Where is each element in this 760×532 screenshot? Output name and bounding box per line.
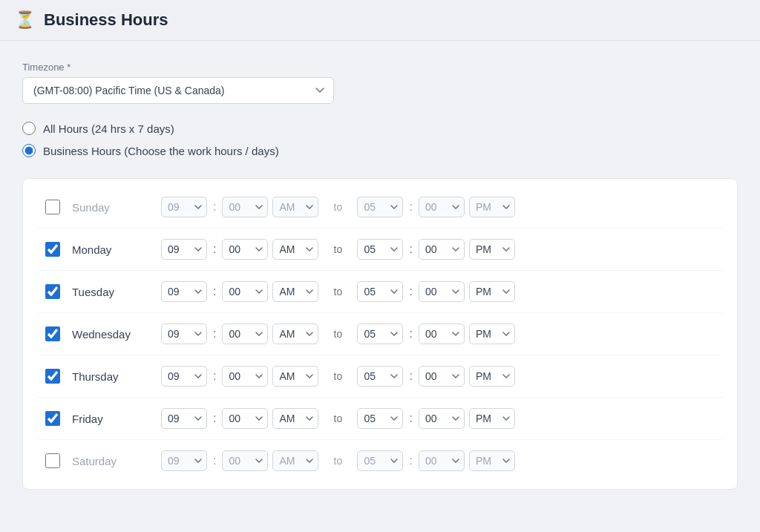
time-controls-thursday: 010203040506070809101112:00153045AMPMto0…: [161, 366, 715, 387]
to-label: to: [330, 286, 345, 298]
checkbox-wednesday[interactable]: [45, 326, 60, 341]
start-hour-wednesday[interactable]: 010203040506070809101112: [161, 324, 207, 344]
time-controls-friday: 010203040506070809101112:00153045AMPMto0…: [161, 408, 715, 429]
hourglass-icon: ⏳: [15, 10, 35, 30]
time-controls-wednesday: 010203040506070809101112:00153045AMPMto0…: [161, 324, 715, 344]
business-hours-label: Business Hours (Choose the work hours / …: [43, 145, 279, 157]
day-name-wednesday: Wednesday: [72, 328, 161, 341]
day-name-sunday: Sunday: [72, 201, 161, 214]
start-hour-friday[interactable]: 010203040506070809101112: [161, 408, 207, 429]
start-hour-monday[interactable]: 010203040506070809101112: [161, 239, 207, 260]
end-ampm-saturday[interactable]: AMPM: [469, 450, 515, 471]
start-hour-thursday[interactable]: 010203040506070809101112: [161, 366, 207, 387]
start-min-tuesday[interactable]: 00153045: [222, 281, 268, 302]
end-min-monday[interactable]: 00153045: [419, 239, 465, 260]
day-row: Wednesday010203040506070809101112:001530…: [38, 313, 722, 355]
end-min-sunday[interactable]: 00153045: [419, 197, 465, 217]
end-ampm-tuesday[interactable]: AMPM: [469, 281, 515, 302]
day-row: Saturday010203040506070809101112:0015304…: [38, 440, 722, 482]
to-label: to: [330, 243, 345, 255]
checkbox-thursday[interactable]: [45, 369, 60, 384]
checkbox-tuesday[interactable]: [45, 284, 60, 299]
day-name-friday: Friday: [72, 413, 161, 425]
to-label: to: [330, 201, 345, 213]
end-hour-sunday[interactable]: 010203040506070809101112: [357, 197, 403, 217]
start-hour-sunday[interactable]: 010203040506070809101112: [161, 197, 207, 217]
end-hour-monday[interactable]: 010203040506070809101112: [357, 239, 403, 260]
day-row: Thursday010203040506070809101112:0015304…: [38, 355, 722, 398]
day-row: Sunday010203040506070809101112:00153045A…: [38, 186, 722, 229]
start-ampm-saturday[interactable]: AMPM: [272, 450, 318, 471]
day-name-tuesday: Tuesday: [72, 286, 161, 298]
all-hours-radio[interactable]: [22, 122, 36, 135]
time-controls-saturday: 010203040506070809101112:00153045AMPMto0…: [161, 450, 715, 471]
start-min-friday[interactable]: 00153045: [222, 408, 268, 429]
start-ampm-friday[interactable]: AMPM: [272, 408, 318, 429]
end-min-saturday[interactable]: 00153045: [419, 450, 465, 471]
page-header: ⏳ Business Hours: [0, 0, 760, 41]
time-separator: :: [409, 370, 412, 383]
end-min-wednesday[interactable]: 00153045: [419, 324, 465, 344]
page-title: Business Hours: [44, 10, 168, 30]
end-hour-friday[interactable]: 010203040506070809101112: [357, 408, 403, 429]
time-separator: :: [409, 243, 412, 256]
start-ampm-thursday[interactable]: AMPM: [272, 366, 318, 387]
time-separator: :: [213, 370, 216, 383]
start-min-thursday[interactable]: 00153045: [222, 366, 268, 387]
checkbox-monday[interactable]: [45, 242, 60, 257]
all-hours-label: All Hours (24 hrs x 7 days): [43, 122, 174, 135]
day-row: Monday010203040506070809101112:00153045A…: [38, 229, 722, 271]
time-separator: :: [409, 412, 412, 425]
start-ampm-tuesday[interactable]: AMPM: [272, 281, 318, 302]
day-row: Tuesday010203040506070809101112:00153045…: [38, 271, 722, 313]
start-ampm-sunday[interactable]: AMPM: [272, 197, 318, 217]
start-min-monday[interactable]: 00153045: [222, 239, 268, 260]
day-name-monday: Monday: [72, 243, 161, 256]
time-separator: :: [409, 200, 412, 214]
end-hour-thursday[interactable]: 010203040506070809101112: [357, 366, 403, 387]
to-label: to: [330, 413, 345, 424]
time-separator: :: [409, 327, 412, 341]
end-hour-tuesday[interactable]: 010203040506070809101112: [357, 281, 403, 302]
time-separator: :: [213, 327, 216, 341]
start-min-saturday[interactable]: 00153045: [222, 450, 268, 471]
business-hours-radio[interactable]: [22, 144, 36, 157]
time-controls-sunday: 010203040506070809101112:00153045AMPMto0…: [161, 197, 715, 217]
end-min-friday[interactable]: 00153045: [419, 408, 465, 429]
start-ampm-wednesday[interactable]: AMPM: [272, 324, 318, 344]
checkbox-friday[interactable]: [45, 411, 60, 426]
start-min-sunday[interactable]: 00153045: [222, 197, 268, 217]
start-hour-tuesday[interactable]: 010203040506070809101112: [161, 281, 207, 302]
page-container: ⏳ Business Hours Timezone * (GMT-08:00) …: [0, 0, 760, 532]
checkbox-sunday[interactable]: [45, 200, 60, 214]
time-controls-monday: 010203040506070809101112:00153045AMPMto0…: [161, 239, 715, 260]
end-min-thursday[interactable]: 00153045: [419, 366, 465, 387]
checkbox-saturday[interactable]: [45, 453, 60, 468]
timezone-section: Timezone * (GMT-08:00) Pacific Time (US …: [22, 62, 738, 104]
start-hour-saturday[interactable]: 010203040506070809101112: [161, 450, 207, 471]
main-content: Timezone * (GMT-08:00) Pacific Time (US …: [0, 41, 760, 510]
time-separator: :: [409, 285, 412, 298]
end-ampm-friday[interactable]: AMPM: [469, 408, 515, 429]
to-label: to: [330, 455, 345, 467]
business-hours-option[interactable]: Business Hours (Choose the work hours / …: [22, 144, 738, 157]
hours-type-section: All Hours (24 hrs x 7 days) Business Hou…: [22, 122, 738, 157]
start-ampm-monday[interactable]: AMPM: [272, 239, 318, 260]
end-hour-wednesday[interactable]: 010203040506070809101112: [357, 324, 403, 344]
end-ampm-wednesday[interactable]: AMPM: [469, 324, 515, 344]
end-hour-saturday[interactable]: 010203040506070809101112: [357, 450, 403, 471]
end-ampm-sunday[interactable]: AMPM: [469, 197, 515, 217]
time-separator: :: [213, 200, 216, 214]
end-ampm-thursday[interactable]: AMPM: [469, 366, 515, 387]
to-label: to: [330, 328, 345, 340]
day-name-thursday: Thursday: [72, 370, 161, 383]
time-controls-tuesday: 010203040506070809101112:00153045AMPMto0…: [161, 281, 715, 302]
timezone-select[interactable]: (GMT-08:00) Pacific Time (US & Canada)(G…: [22, 77, 334, 104]
all-hours-option[interactable]: All Hours (24 hrs x 7 days): [22, 122, 738, 135]
time-separator: :: [409, 454, 412, 467]
timezone-label: Timezone *: [22, 62, 738, 73]
end-min-tuesday[interactable]: 00153045: [419, 281, 465, 302]
end-ampm-monday[interactable]: AMPM: [469, 239, 515, 260]
start-min-wednesday[interactable]: 00153045: [222, 324, 268, 344]
day-row: Friday010203040506070809101112:00153045A…: [38, 398, 722, 440]
